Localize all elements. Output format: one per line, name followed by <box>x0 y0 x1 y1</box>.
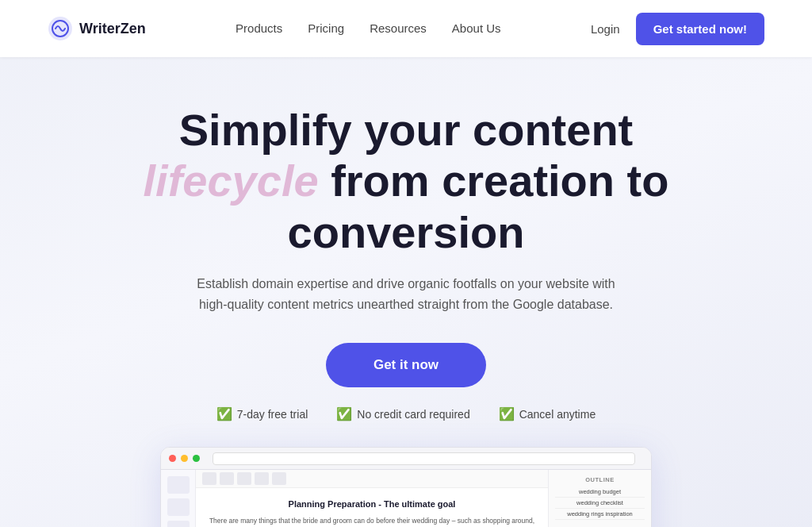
trust-badges: ✅ 7-day free trial ✅ No credit card requ… <box>16 406 796 421</box>
outline-label: Outline <box>555 476 645 483</box>
badge-cancel: ✅ Cancel anytime <box>499 406 596 421</box>
sidebar-icon-3 <box>167 521 190 527</box>
browser-dot-yellow <box>181 455 188 462</box>
logo[interactable]: WriterZen <box>48 16 146 41</box>
browser-url-bar <box>213 452 635 465</box>
navbar: WriterZen Products Pricing Resources Abo… <box>0 0 812 57</box>
badge-text-2: No credit card required <box>357 408 469 421</box>
outline-item-3: wedding rings inspiration <box>555 509 645 520</box>
login-link[interactable]: Login <box>591 22 620 36</box>
hero-subtitle: Establish domain expertise and drive org… <box>192 274 620 314</box>
cta-button[interactable]: Get it now <box>326 343 486 387</box>
editor-toolbar <box>196 470 548 488</box>
editor-content-area: Planning Preparation - The ultimate goal… <box>196 488 548 527</box>
toolbar-btn-1 <box>202 472 216 485</box>
editor-panel-right: Outline wedding budget wedding checklist… <box>548 470 651 527</box>
product-mockup: Planning Preparation - The ultimate goal… <box>16 447 796 527</box>
logo-text: WriterZen <box>79 21 146 37</box>
badge-text-1: 7-day free trial <box>237 408 308 421</box>
browser-dot-green <box>193 455 200 462</box>
toolbar-btn-2 <box>220 472 234 485</box>
toolbar-btn-3 <box>237 472 251 485</box>
outline-item-1: wedding budget <box>555 487 645 498</box>
editor-area: Planning Preparation - The ultimate goal… <box>161 470 651 527</box>
nav-right: Login Get started now! <box>591 13 764 45</box>
hero-title-part1: Simplify your content <box>179 105 634 155</box>
editor-sidebar-left <box>161 470 196 527</box>
toolbar-btn-5 <box>272 472 286 485</box>
nav-pricing[interactable]: Pricing <box>308 21 344 35</box>
hero-title-highlight: lifecycle <box>144 156 331 206</box>
get-started-button[interactable]: Get started now! <box>636 13 764 45</box>
sidebar-icon-1 <box>167 476 190 494</box>
badge-text-3: Cancel anytime <box>519 408 596 421</box>
badge-no-credit: ✅ No credit card required <box>336 406 469 421</box>
sidebar-icon-2 <box>167 498 190 516</box>
nav-products[interactable]: Products <box>236 21 282 35</box>
editor-mockup: Planning Preparation - The ultimate goal… <box>160 447 652 527</box>
editor-heading-1: Planning Preparation - The ultimate goal <box>209 498 535 511</box>
nav-about[interactable]: About Us <box>452 21 501 35</box>
outline-item-2: wedding checklist <box>555 498 645 509</box>
check-icon-3: ✅ <box>499 406 515 421</box>
check-icon-1: ✅ <box>216 406 232 421</box>
check-icon-2: ✅ <box>336 406 352 421</box>
hero-title-part2: from creation to conversion <box>288 156 669 256</box>
nav-links: Products Pricing Resources About Us <box>236 21 500 36</box>
badge-free-trial: ✅ 7-day free trial <box>216 406 308 421</box>
hero-section: Simplify your content lifecycle from cre… <box>0 57 812 527</box>
browser-dot-red <box>169 455 176 462</box>
browser-chrome <box>161 448 651 470</box>
editor-main: Planning Preparation - The ultimate goal… <box>196 470 548 527</box>
outline-section: Outline wedding budget wedding checklist… <box>555 476 645 520</box>
hero-title: Simplify your content lifecycle from cre… <box>89 105 723 258</box>
nav-resources[interactable]: Resources <box>370 21 427 35</box>
editor-paragraph-1: There are many things that the bride and… <box>209 516 535 527</box>
toolbar-btn-4 <box>255 472 269 485</box>
